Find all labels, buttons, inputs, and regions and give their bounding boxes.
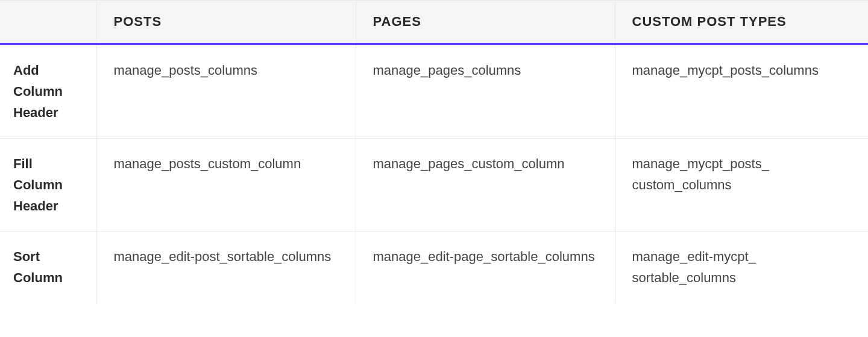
row-label: Sort Column — [0, 231, 96, 303]
table-header-row: POSTS PAGES CUSTOM POST TYPES — [0, 1, 868, 45]
table-header-posts: POSTS — [96, 1, 356, 45]
cell-posts: manage_edit-post_sortable​_columns — [96, 231, 356, 303]
table-row: Sort Column manage_edit-post_sortable​_c… — [0, 231, 868, 303]
table-row: Add Column Header manage_posts_columns m… — [0, 44, 868, 138]
cell-pages: manage_pages_columns — [356, 44, 615, 138]
table-header-blank — [0, 1, 96, 45]
cell-cpt: manage_mycpt_posts_​columns — [615, 44, 868, 138]
cell-pages: manage_pages_custom_​column — [356, 138, 615, 231]
row-label: Add Column Header — [0, 44, 96, 138]
cell-cpt: manage_edit-mycpt_​sortable_columns — [615, 231, 868, 303]
table-header-pages: PAGES — [356, 1, 615, 45]
row-label: Fill Column Header — [0, 138, 96, 231]
cell-posts: manage_posts_custom_​column — [96, 138, 356, 231]
cell-posts: manage_posts_columns — [96, 44, 356, 138]
hooks-table: POSTS PAGES CUSTOM POST TYPES Add Column… — [0, 0, 868, 303]
table-header-cpt: CUSTOM POST TYPES — [615, 1, 868, 45]
cell-pages: manage_edit-page_sortable​_columns — [356, 231, 615, 303]
cell-cpt: manage_mycpt_posts_​custom_columns — [615, 138, 868, 231]
table-row: Fill Column Header manage_posts_custom_​… — [0, 138, 868, 231]
